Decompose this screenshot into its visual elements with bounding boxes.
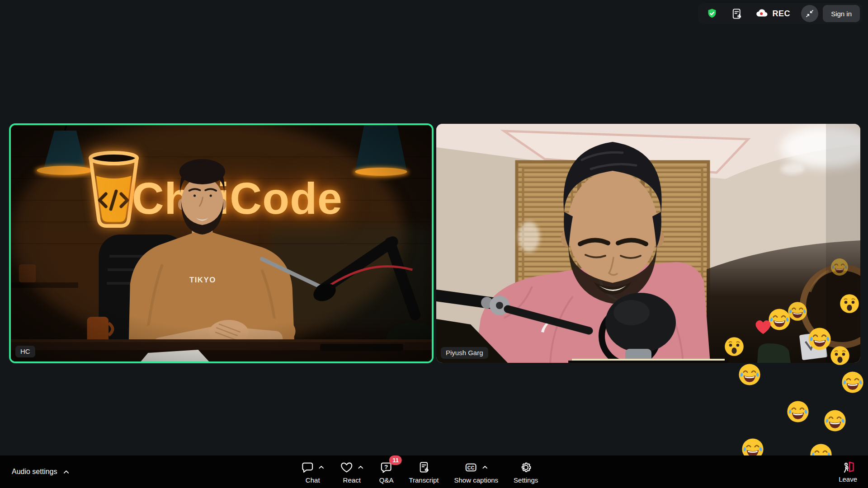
meeting-app: REC Sign in <box>0 0 868 488</box>
closed-captions-icon: CC <box>464 461 478 474</box>
toolbar-items: Chat React ? <box>301 455 538 488</box>
video-tile-host: ChaiCode <box>9 123 434 363</box>
qa-unread-badge: 11 <box>389 455 402 465</box>
top-right-bar: REC Sign in <box>698 3 863 24</box>
transcript-button[interactable]: Transcript <box>409 460 439 484</box>
chat-label: Chat <box>306 476 320 484</box>
react-menu-chevron-icon[interactable] <box>358 464 364 470</box>
bottom-toolbar: Audio settings Chat <box>0 455 868 488</box>
audio-settings-label: Audio settings <box>12 468 57 476</box>
chat-menu-chevron-icon[interactable] <box>318 464 325 470</box>
reaction-joy-emoji <box>738 363 761 386</box>
chat-button[interactable]: Chat <box>301 460 325 484</box>
transcript-icon <box>417 461 430 474</box>
qa-button[interactable]: ? 11 Q&A <box>379 460 394 484</box>
participant-label-guest: Piyush Garg <box>441 347 488 359</box>
audio-settings-button[interactable]: Audio settings <box>9 455 72 488</box>
recording-indicator: REC <box>755 7 791 20</box>
transcript-status-icon[interactable] <box>731 8 743 20</box>
leave-label: Leave <box>839 475 857 483</box>
chat-bubble-icon <box>301 461 314 474</box>
heart-icon <box>340 461 354 474</box>
svg-text:CC: CC <box>467 465 475 470</box>
gear-icon <box>519 461 533 474</box>
participant-label-host: HC <box>15 346 35 357</box>
guest-video-scene: 7 <box>436 124 860 363</box>
reaction-joy-emoji <box>841 371 864 394</box>
captions-menu-chevron-icon[interactable] <box>482 464 488 470</box>
react-button[interactable]: React <box>340 460 364 484</box>
show-captions-label: Show captions <box>454 476 499 484</box>
svg-text:?: ? <box>384 464 388 470</box>
security-shield-icon[interactable] <box>706 8 718 19</box>
reaction-joy-emoji <box>824 409 846 432</box>
reaction-joy-emoji <box>787 400 809 423</box>
leave-button[interactable]: Leave <box>836 455 860 488</box>
show-captions-button[interactable]: CC Show captions <box>454 460 499 484</box>
react-label: React <box>343 476 361 484</box>
transcript-label: Transcript <box>409 476 439 484</box>
settings-label: Settings <box>514 476 538 484</box>
video-tile-guest: 7 <box>436 124 860 363</box>
rec-label: REC <box>773 9 791 19</box>
host-video-scene: ChaiCode <box>11 125 432 361</box>
leave-door-icon <box>841 460 855 474</box>
sign-in-button[interactable]: Sign in <box>823 5 860 22</box>
chevron-up-icon <box>63 469 70 475</box>
cloud-rec-icon <box>755 7 769 20</box>
collapse-view-button[interactable] <box>801 5 818 22</box>
settings-button[interactable]: Settings <box>514 460 538 484</box>
qa-label: Q&A <box>379 476 394 484</box>
